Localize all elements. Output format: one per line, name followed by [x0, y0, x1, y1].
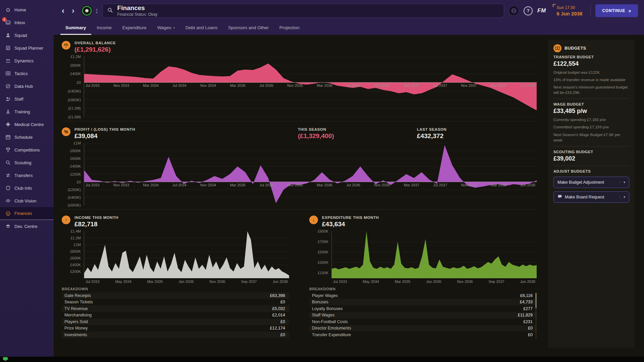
profit-last-season: LAST SEASON £432,372: [417, 127, 446, 140]
x-axis-label: Mar 2035: [147, 280, 163, 284]
y-axis-label: £0: [77, 180, 81, 184]
continue-button[interactable]: CONTINUE »: [595, 4, 638, 17]
breakdown-row[interactable]: Gate Receipts£63,398: [62, 292, 289, 299]
scrollbar[interactable]: [535, 292, 537, 339]
tab-expenditure[interactable]: Expenditure: [117, 21, 152, 35]
chevron-up-icon[interactable]: ▴: [96, 8, 98, 11]
breakdown-item-value: £0: [528, 326, 533, 330]
breakdown-item-value: £0: [280, 319, 285, 324]
search-bar[interactable]: Finances Financial Status: Okay: [102, 4, 504, 18]
sidebar-item-staff[interactable]: Staff: [0, 93, 54, 105]
squad-icon: [5, 33, 11, 38]
finances-icon: £: [5, 211, 11, 216]
income-breakdown-label: BREAKDOWN: [62, 287, 289, 291]
sidebar-item-label: Inbox: [14, 20, 25, 25]
y-axis-label: £1.2M: [70, 236, 81, 240]
breakdown-row[interactable]: Bonuses£4,733: [309, 299, 537, 306]
sidebar-item-club-info[interactable]: Club Info: [0, 182, 54, 194]
sidebar-item-dev-centre[interactable]: Dev. Centre: [0, 220, 54, 233]
sidebar-item-competitions[interactable]: Competitions: [0, 143, 54, 156]
x-axis-label: Sep 2037: [489, 280, 504, 284]
sidebar-item-label: Staff: [14, 97, 23, 102]
chevron-down-icon[interactable]: ▾: [96, 11, 98, 14]
sidebar-item-schedule[interactable]: Schedule: [0, 131, 54, 143]
fm-logo[interactable]: FM: [537, 7, 546, 14]
breakdown-item-label: TV Revenue: [64, 306, 88, 311]
current-time: Sun 17:30: [557, 5, 583, 10]
balance-y-axis: £1.2M£800K£400K£0(£400K)(£800K)(£1.2M)(£…: [62, 57, 84, 117]
expenditure-chart: £900K£700K£500K£300K£100K Jul 2033May 20…: [309, 231, 537, 278]
breakdown-row[interactable]: Staff Wages£11,829: [309, 312, 537, 319]
tab-wages[interactable]: Wages▾: [152, 21, 180, 35]
breakdown-row[interactable]: Season Tickets£0: [62, 299, 289, 306]
x-axis-label: Jul 2033: [333, 280, 347, 284]
tab-summary[interactable]: Summary: [60, 21, 91, 35]
sidebar-item-home[interactable]: Home: [0, 3, 54, 16]
overall-balance-head: OVERALL BALANCE (£1,291,626): [74, 41, 116, 53]
sidebar-item-squad[interactable]: Squad: [0, 29, 54, 42]
speech-bubble-icon: [557, 194, 562, 200]
sidebar-item-tactics[interactable]: Tactics: [0, 67, 54, 80]
make-budget-adjustment-button[interactable]: Make Budget Adjustment ▾: [553, 177, 629, 188]
breakdown-row[interactable]: Director Emoluments£0: [309, 325, 537, 332]
svg-text:£: £: [7, 212, 9, 215]
breakdown-row[interactable]: TV Revenue£5,032: [62, 305, 289, 312]
financial-status: Financial Status: Okay: [117, 12, 158, 17]
breakdown-item-value: £231: [523, 319, 533, 324]
percent-icon: %: [62, 127, 70, 136]
sidebar-item-data-hub[interactable]: Data Hub: [0, 80, 54, 93]
make-board-request-button[interactable]: Make Board Request ▾: [553, 191, 629, 203]
breakdown-row[interactable]: Loyalty Bonuses£277: [309, 305, 537, 312]
squad-planner-icon: [5, 45, 11, 51]
wage-budget-notes: Currently spending £7,183 p/wCommitted s…: [553, 117, 629, 142]
tab-label: Expenditure: [122, 25, 147, 30]
content-area: OVERALL BALANCE (£1,291,626) £1.2M£800K£…: [54, 35, 644, 357]
breakdown-row[interactable]: Players Sold£0: [62, 318, 289, 325]
adjust-budgets-label: ADJUST BUDGETS: [553, 169, 629, 173]
section-divider: [62, 121, 537, 121]
breakdown-row[interactable]: Prize Money£12,174: [62, 325, 289, 332]
breakdown-item-value: £63,398: [270, 293, 285, 298]
sidebar-item-label: Training: [14, 109, 30, 114]
tab-projection[interactable]: Projection: [274, 21, 305, 35]
sidebar-item-inbox[interactable]: Inbox1: [0, 16, 54, 29]
back-button[interactable]: ‹: [60, 7, 66, 15]
x-axis-label: Jan 2036: [426, 280, 441, 284]
y-axis-label: £600K: [70, 157, 81, 161]
club-badge[interactable]: [80, 4, 93, 17]
sidebar-item-medical-centre[interactable]: Medical Centre: [0, 118, 54, 131]
expenditure-title: EXPENDITURE THIS MONTH: [322, 216, 379, 220]
breakdown-row[interactable]: Player Wages£6,116: [309, 292, 537, 299]
club-info-icon: [5, 185, 11, 191]
x-axis-label: May 2034: [115, 280, 131, 284]
x-axis-label: Mar 2035: [395, 280, 410, 284]
y-axis-label: £800K: [70, 149, 81, 153]
tab-debt-and-loans[interactable]: Debt and Loans: [180, 21, 222, 35]
breakdown-row[interactable]: Transfer Expenditure£0: [309, 331, 537, 338]
breakdown-row[interactable]: Merchandising£2,014: [62, 312, 289, 319]
sidebar-item-dynamics[interactable]: Dynamics: [0, 54, 54, 67]
scrollbar-thumb[interactable]: [535, 293, 537, 308]
sidebar-item-training[interactable]: Training: [0, 105, 54, 118]
breakdown-item-label: Player Wages: [312, 293, 338, 298]
sidebar-item-squad-planner[interactable]: Squad Planner: [0, 42, 54, 54]
breakdown-item-label: Transfer Expenditure: [312, 333, 351, 337]
sidebar-item-finances[interactable]: £Finances: [0, 207, 54, 220]
sidebar-item-club-vision[interactable]: Club Vision: [0, 194, 54, 207]
breakdown-row[interactable]: Investments£0: [62, 331, 289, 338]
training-icon: [5, 109, 11, 114]
income-value: £82,718: [74, 221, 118, 228]
tab-sponsors-and-other[interactable]: Sponsors and Other: [223, 21, 274, 35]
globe-icon[interactable]: [509, 6, 519, 16]
breakdown-item-label: Non-Football Costs: [312, 319, 348, 324]
sidebar-item-scouting[interactable]: Scouting: [0, 156, 54, 169]
x-axis-label: Nov 2036: [457, 280, 473, 284]
section-divider: [62, 209, 537, 209]
tab-income[interactable]: Income: [92, 21, 117, 35]
sidebar-item-transfers[interactable]: Transfers: [0, 169, 54, 182]
forward-button[interactable]: ›: [70, 7, 76, 15]
help-icon[interactable]: ?: [524, 6, 533, 15]
y-axis-label: (£1.2M): [68, 106, 81, 110]
breakdown-row[interactable]: Non-Football Costs£231: [309, 318, 537, 325]
search-icon: [107, 7, 113, 14]
